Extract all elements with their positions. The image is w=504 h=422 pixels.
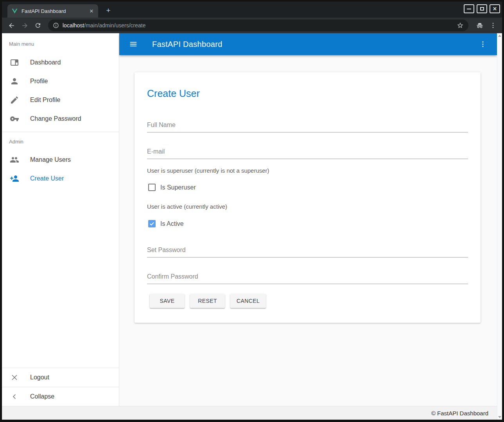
set-password-label: Set Password — [147, 247, 186, 253]
email-field[interactable]: E-mail — [147, 148, 468, 155]
window-close-button[interactable]: ✕ — [490, 4, 500, 13]
checkbox-checked-icon[interactable] — [148, 220, 156, 227]
hamburger-icon — [129, 40, 138, 48]
is-active-checkbox-row[interactable]: Is Active — [148, 220, 184, 227]
field-underline — [147, 284, 468, 284]
full-name-label: Full Name — [147, 122, 176, 128]
logout-x-icon — [10, 373, 19, 382]
email-label: E-mail — [147, 148, 165, 155]
kebab-menu-icon — [490, 22, 497, 29]
site-info-icon[interactable] — [53, 22, 59, 29]
appbar-title: FastAPI Dashboard — [152, 40, 222, 49]
key-icon — [10, 114, 19, 123]
save-button[interactable]: SAVE — [150, 294, 185, 308]
active-note: User is active (currently active) — [147, 203, 227, 210]
sidebar-item-edit-profile[interactable]: Edit Profile — [2, 91, 119, 109]
reset-button[interactable]: RESET — [190, 294, 225, 308]
checkbox-unchecked-icon[interactable] — [148, 184, 156, 191]
forward-button[interactable] — [19, 20, 30, 31]
hamburger-menu-button[interactable] — [126, 37, 140, 51]
create-user-card: Create User Full Name E-mail User is sup… — [135, 72, 481, 323]
chevron-left-icon — [10, 392, 19, 401]
sidebar-header-main-menu: Main menu — [9, 41, 119, 47]
confirm-password-label: Confirm Password — [147, 273, 198, 280]
cancel-button[interactable]: CANCEL — [230, 294, 266, 308]
set-password-field[interactable]: Set Password — [147, 247, 468, 254]
sidebar-item-label: Dashboard — [30, 59, 61, 66]
page-scrollbar[interactable] — [497, 33, 502, 420]
sidebar-item-dashboard[interactable]: Dashboard — [2, 53, 119, 72]
is-superuser-label: Is Superuser — [160, 184, 196, 191]
url-bar[interactable]: localhost/main/admin/users/create — [48, 20, 468, 31]
field-underline — [147, 257, 468, 257]
minimize-icon — [467, 9, 471, 9]
sidebar-item-label: Change Password — [30, 115, 81, 122]
window-maximize-button[interactable] — [477, 4, 487, 13]
web-icon — [10, 58, 19, 67]
browser-toolbar: localhost/main/admin/users/create — [2, 18, 502, 33]
kebab-menu-icon — [479, 40, 487, 48]
reload-button[interactable] — [32, 20, 43, 31]
sidebar-item-label: Profile — [30, 78, 48, 85]
sidebar-item-manage-users[interactable]: Manage Users — [2, 150, 119, 169]
appbar-overflow-button[interactable] — [476, 37, 490, 51]
sidebar-item-label: Collapse — [30, 393, 54, 400]
sidebar-item-logout[interactable]: Logout — [2, 368, 119, 387]
page-title: Create User — [147, 88, 200, 99]
sidebar: Main menu Dashboard Profile Edit Profile — [2, 33, 119, 406]
maximize-icon — [480, 7, 484, 11]
sidebar-item-create-user[interactable]: Create User — [2, 169, 119, 188]
tab-title: FastAPI Dashboard — [22, 8, 88, 14]
person-icon — [10, 77, 19, 86]
tab-close-icon[interactable]: ✕ — [88, 7, 95, 14]
vue-favicon-icon — [11, 8, 18, 14]
superuser-note: User is superuser (currently is not a su… — [147, 167, 269, 174]
sidebar-item-change-password[interactable]: Change Password — [2, 109, 119, 128]
browser-menu-button[interactable] — [488, 20, 498, 30]
scroll-up-arrow-icon[interactable] — [498, 35, 501, 37]
browser-tab[interactable]: FastAPI Dashboard ✕ — [7, 4, 98, 18]
window-minimize-button[interactable] — [464, 4, 474, 13]
close-icon: ✕ — [493, 6, 497, 11]
url-host: localhost — [63, 22, 84, 29]
scroll-down-arrow-icon[interactable] — [498, 416, 501, 418]
app-footer: © FastAPI Dashboard — [2, 406, 497, 420]
page-background: Create User Full Name E-mail User is sup… — [119, 55, 497, 420]
back-button[interactable] — [6, 20, 17, 31]
sidebar-item-label: Logout — [30, 374, 49, 381]
sidebar-header-admin: Admin — [9, 139, 119, 145]
new-tab-button[interactable]: + — [103, 5, 114, 16]
field-underline — [147, 132, 468, 132]
footer-copyright: © FastAPI Dashboard — [431, 410, 488, 417]
forward-arrow-icon — [21, 22, 29, 29]
reload-icon — [34, 22, 41, 29]
sidebar-item-collapse[interactable]: Collapse — [2, 387, 119, 406]
sidebar-divider — [2, 132, 119, 132]
people-icon — [10, 155, 19, 165]
app-bar: FastAPI Dashboard — [119, 33, 497, 55]
sidebar-item-label: Manage Users — [30, 156, 71, 163]
is-superuser-checkbox-row[interactable]: Is Superuser — [148, 184, 196, 191]
browser-window: FastAPI Dashboard ✕ + ✕ localhost/main/a… — [2, 2, 502, 420]
sidebar-item-label: Edit Profile — [30, 97, 60, 104]
url-path: /main/admin/users/create — [84, 22, 145, 29]
tab-strip: FastAPI Dashboard ✕ + ✕ — [2, 2, 502, 18]
pencil-icon — [10, 95, 19, 105]
confirm-password-field[interactable]: Confirm Password — [147, 273, 468, 280]
is-active-label: Is Active — [160, 220, 184, 227]
full-name-field[interactable]: Full Name — [147, 122, 468, 129]
incognito-indicator-icon — [475, 20, 485, 30]
bookmark-star-icon[interactable] — [457, 22, 464, 29]
back-arrow-icon — [8, 22, 15, 29]
field-underline — [147, 159, 468, 159]
person-add-icon — [10, 174, 19, 183]
sidebar-item-label: Create User — [30, 175, 64, 182]
sidebar-item-profile[interactable]: Profile — [2, 72, 119, 91]
